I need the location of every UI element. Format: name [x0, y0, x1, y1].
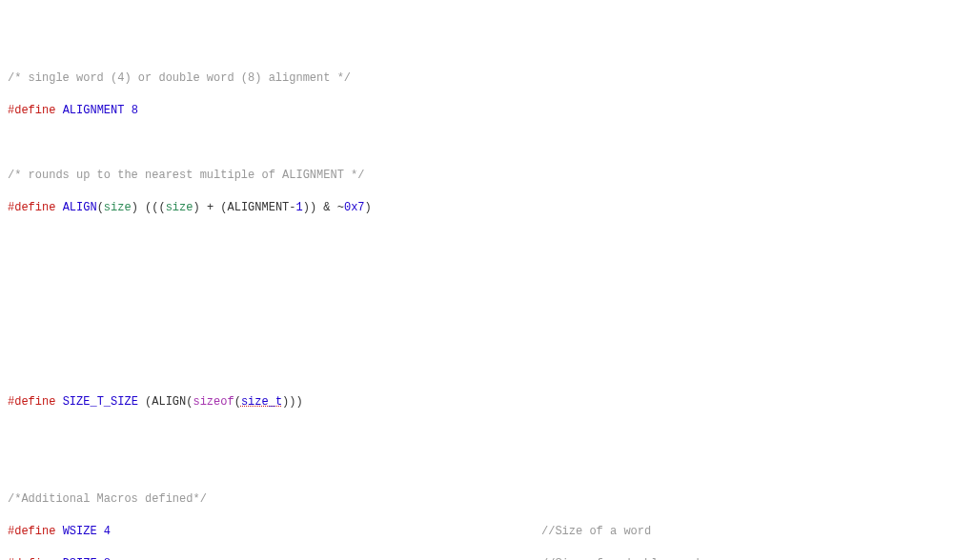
define-dsize: #define DSIZE 8//Size of a double word — [8, 556, 968, 560]
define-wsize: #define WSIZE 4//Size of a word — [8, 524, 968, 540]
blank — [8, 362, 968, 378]
blank — [8, 330, 968, 346]
define-alignment: #define ALIGNMENT 8 — [8, 103, 968, 119]
blank — [8, 232, 968, 249]
comment-line: /*Additional Macros defined*/ — [8, 491, 968, 508]
blank — [8, 427, 968, 443]
define-size-t-size: #define SIZE_T_SIZE (ALIGN(sizeof(size_t… — [8, 394, 968, 410]
blank — [8, 135, 968, 151]
blank — [8, 297, 968, 313]
blank — [8, 459, 968, 475]
define-align: #define ALIGN(size) (((size) + (ALIGNMEN… — [8, 200, 968, 216]
blank — [8, 265, 968, 281]
comment-line: /* rounds up to the nearest multiple of … — [8, 168, 968, 184]
comment-line: /* single word (4) or double word (8) al… — [8, 70, 968, 87]
